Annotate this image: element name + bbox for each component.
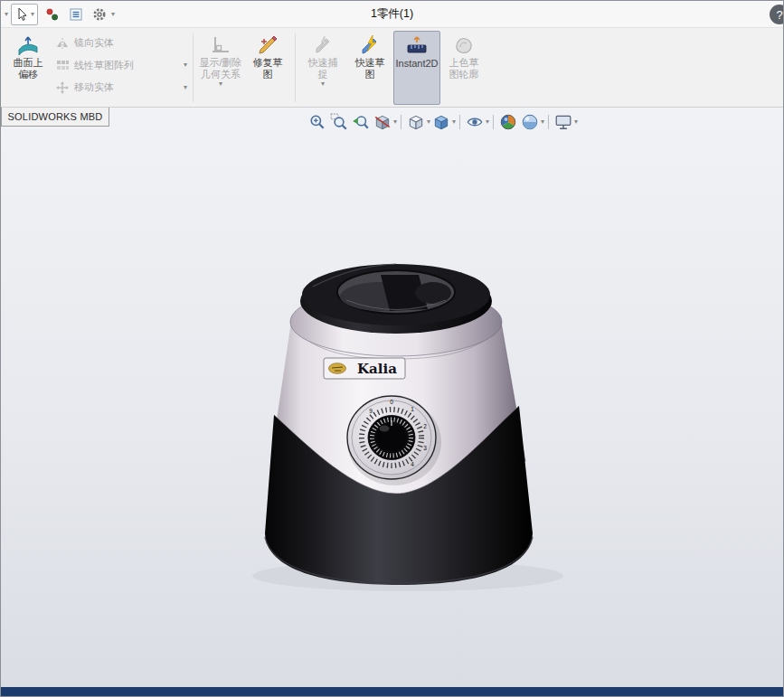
move-entities-label: 移动实体 — [74, 80, 114, 94]
dial-label-0: 0 — [390, 399, 393, 405]
dial-label-1: 1 — [411, 406, 414, 412]
display-relations-dropdown-icon[interactable]: ▾ — [219, 80, 222, 88]
mirror-entities-button[interactable]: 镜向实体 — [53, 34, 187, 52]
brand-text: Kalia — [357, 361, 397, 377]
instant2d-label: Instant2D — [395, 58, 438, 70]
rapid-sketch-label-1: 快速草 — [355, 57, 385, 69]
display-relations-label-1: 显示/删除 — [199, 57, 241, 69]
dial-label-3: 3 — [423, 445, 427, 451]
apply-scene-dropdown-icon[interactable]: ▾ — [541, 118, 544, 126]
graphics-viewport[interactable]: SOLIDWORKS MBD — [1, 108, 783, 687]
repair-sketch-label-1: 修复草 — [253, 57, 283, 69]
mirror-entities-icon — [55, 36, 70, 51]
brand-label: Kalia — [324, 358, 405, 379]
section-view-dropdown-icon[interactable]: ▾ — [393, 118, 397, 126]
blender-base-model[interactable]: Kalia 9 0 1 2 3 4 — [1, 128, 783, 687]
display-relations-icon — [209, 33, 232, 57]
shaded-contours-button[interactable]: 上色草 图轮廓 — [440, 31, 487, 105]
display-style-dropdown-icon[interactable]: ▾ — [452, 118, 456, 126]
surface-offset-button[interactable]: 曲面上 偏移 — [5, 31, 52, 105]
quick-snaps-button[interactable]: 快速捕 捉 ▾ — [299, 31, 346, 105]
repair-sketch-icon — [256, 33, 279, 57]
dial-label-9: 9 — [369, 408, 373, 414]
brand-logo-icon — [329, 363, 346, 374]
linear-pattern-button[interactable]: 线性草图阵列 ▾ — [53, 57, 187, 74]
move-entities-dropdown-icon[interactable]: ▾ — [184, 84, 187, 91]
hud-separator — [548, 115, 549, 129]
instant2d-button[interactable]: Instant2D — [393, 31, 440, 105]
linear-pattern-dropdown-icon[interactable]: ▾ — [184, 61, 187, 69]
ribbon-separator — [295, 33, 296, 102]
instant2d-icon — [405, 34, 429, 58]
mirror-entities-label: 镜向实体 — [74, 36, 114, 50]
surface-offset-icon — [16, 33, 40, 57]
shaded-contours-label-2: 图轮廓 — [449, 69, 479, 80]
linear-pattern-label: 线性草图阵列 — [74, 59, 134, 72]
move-entities-button[interactable]: 移动实体 ▾ — [53, 79, 187, 96]
rapid-sketch-button[interactable]: 快速草 图 — [346, 31, 393, 105]
title-bar: ▾ ▾ ▾ — [1, 1, 783, 28]
surface-offset-label-1: 曲面上 — [14, 57, 43, 69]
tab-solidworks-mbd[interactable]: SOLIDWORKS MBD — [1, 108, 109, 127]
rapid-sketch-icon — [358, 33, 382, 57]
dial-label-2: 2 — [423, 423, 427, 429]
window-title: 1零件(1) — [1, 6, 783, 22]
quick-snaps-label-1: 快速捕 — [308, 57, 338, 69]
quick-snaps-dropdown-icon[interactable]: ▾ — [321, 80, 325, 88]
hud-separator — [401, 115, 401, 129]
sketch-tools-stack: 镜向实体 线性草图阵列 ▾ 移动实体 ▾ — [52, 31, 189, 105]
ribbon-toolbar: 曲面上 偏移 镜向实体 线性草图阵列 ▾ — [1, 28, 783, 108]
hide-show-items-dropdown-icon[interactable]: ▾ — [486, 118, 489, 126]
hud-separator — [493, 115, 494, 129]
help-button[interactable]: ? — [770, 5, 784, 24]
taskbar-sliver[interactable] — [1, 687, 783, 696]
view-settings-dropdown-icon[interactable]: ▾ — [574, 118, 578, 126]
quick-snaps-icon — [311, 33, 335, 57]
hud-separator — [459, 115, 460, 129]
move-entities-icon — [55, 80, 70, 95]
repair-sketch-label-2: 图 — [263, 69, 273, 80]
model-top — [300, 264, 492, 334]
repair-sketch-button[interactable]: 修复草 图 — [244, 31, 291, 105]
solidworks-window: ▾ ▾ ▾ — [0, 0, 784, 697]
surface-offset-label-2: 偏移 — [18, 69, 38, 80]
shaded-contours-label-1: 上色草 — [449, 57, 479, 69]
shaded-contours-icon — [452, 33, 476, 57]
rapid-sketch-label-2: 图 — [365, 69, 375, 80]
linear-pattern-icon — [55, 58, 70, 72]
display-relations-button[interactable]: 显示/删除 几何关系 ▾ — [197, 31, 244, 105]
ribbon-separator — [193, 33, 194, 102]
dial-label-4: 4 — [411, 461, 414, 467]
mbd-tab-label: SOLIDWORKS MBD — [8, 111, 103, 122]
